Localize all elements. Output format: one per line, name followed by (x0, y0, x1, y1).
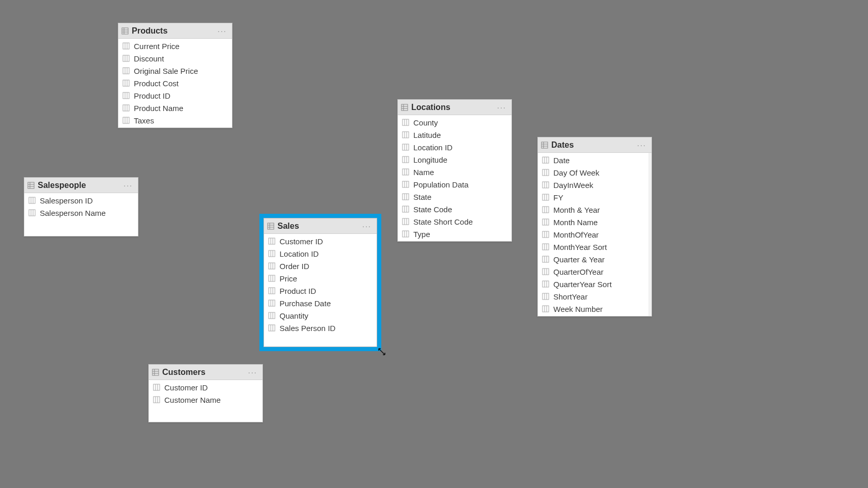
table-header-customers[interactable]: Customers ··· (149, 365, 262, 380)
column-icon (402, 181, 409, 188)
field-products-5[interactable]: Product Name (118, 102, 232, 114)
table-more-button-salespeople[interactable]: ··· (121, 182, 135, 189)
field-products-0[interactable]: Current Price (118, 40, 232, 52)
table-more-button-customers[interactable]: ··· (246, 369, 259, 376)
table-body-dates: Date Day Of Week DayInWeek FY Month & Ye… (538, 153, 652, 316)
field-customers-0[interactable]: Customer ID (149, 381, 262, 393)
svg-rect-0 (122, 28, 128, 34)
resize-handle[interactable] (229, 124, 234, 130)
table-salespeople[interactable]: Salespeople ··· Salesperson ID Salespers… (24, 177, 138, 237)
field-products-1[interactable]: Discount (118, 52, 232, 65)
field-locations-3[interactable]: Longitude (398, 153, 512, 166)
scrollbar[interactable] (648, 153, 652, 316)
field-dates-5[interactable]: Month Name (538, 216, 652, 228)
svg-rect-128 (542, 269, 549, 275)
table-title-sales: Sales (277, 222, 360, 231)
field-dates-3[interactable]: FY (538, 191, 652, 203)
field-salespeople-1[interactable]: Salesperson Name (24, 207, 138, 219)
field-locations-0[interactable]: County (398, 116, 512, 129)
table-products[interactable]: Products ··· Current Price Discount Orig… (118, 23, 233, 128)
field-sales-2[interactable]: Order ID (264, 260, 377, 272)
field-label: Date (553, 156, 570, 165)
field-locations-7[interactable]: State Code (398, 203, 512, 215)
table-header-salespeople[interactable]: Salespeople ··· (24, 178, 138, 193)
table-customers[interactable]: Customers ··· Customer ID Customer Name (148, 364, 263, 422)
column-icon (542, 156, 549, 164)
column-icon (268, 262, 275, 270)
svg-rect-19 (123, 105, 129, 111)
table-header-products[interactable]: Products ··· (118, 23, 232, 39)
field-sales-6[interactable]: Quantity (264, 309, 377, 322)
field-locations-4[interactable]: Name (398, 166, 512, 178)
field-locations-6[interactable]: State (398, 191, 512, 203)
table-header-locations[interactable]: Locations ··· (398, 100, 512, 115)
field-label: QuarterYear Sort (553, 280, 612, 289)
field-products-2[interactable]: Original Sale Price (118, 65, 232, 77)
field-dates-8[interactable]: Quarter & Year (538, 253, 652, 265)
table-more-button-locations[interactable]: ··· (495, 104, 508, 111)
resize-handle[interactable] (648, 313, 654, 318)
table-icon (267, 223, 274, 230)
table-locations[interactable]: Locations ··· County Latitude Location I… (397, 99, 512, 242)
field-products-6[interactable]: Taxes (118, 114, 232, 127)
field-dates-1[interactable]: Day Of Week (538, 166, 652, 179)
resize-handle[interactable] (374, 343, 379, 349)
field-products-3[interactable]: Product Cost (118, 77, 232, 89)
field-dates-6[interactable]: MonthOfYear (538, 228, 652, 241)
column-icon (268, 238, 275, 245)
table-dates[interactable]: Dates ··· Date Day Of Week DayInWeek FY … (537, 137, 652, 317)
table-more-button-products[interactable]: ··· (215, 27, 229, 35)
column-icon (268, 275, 275, 282)
svg-rect-13 (123, 80, 129, 86)
table-more-button-dates[interactable]: ··· (635, 141, 648, 149)
svg-rect-63 (401, 104, 408, 111)
field-locations-1[interactable]: Latitude (398, 129, 512, 141)
field-dates-0[interactable]: Date (538, 154, 652, 166)
field-customers-1[interactable]: Customer Name (149, 393, 262, 406)
field-locations-5[interactable]: Population Data (398, 178, 512, 191)
field-sales-1[interactable]: Location ID (264, 247, 377, 260)
table-header-sales[interactable]: Sales ··· (264, 218, 377, 234)
field-dates-12[interactable]: Week Number (538, 303, 652, 315)
field-locations-8[interactable]: State Short Code (398, 215, 512, 228)
field-label: State (413, 193, 431, 201)
table-header-dates[interactable]: Dates ··· (538, 137, 652, 153)
column-icon (542, 280, 549, 288)
field-dates-10[interactable]: QuarterYear Sort (538, 278, 652, 290)
resize-handle[interactable] (259, 419, 265, 424)
model-canvas[interactable]: Products ··· Current Price Discount Orig… (0, 0, 868, 488)
resize-handle[interactable] (508, 238, 514, 243)
field-label: Salesperson Name (40, 209, 106, 217)
resize-handle[interactable] (135, 233, 140, 238)
table-sales[interactable]: Sales ··· Customer ID Location ID Order … (264, 218, 377, 347)
field-dates-9[interactable]: QuarterOfYear (538, 265, 652, 278)
table-icon (541, 141, 548, 149)
column-icon (402, 119, 409, 126)
field-dates-7[interactable]: MonthYear Sort (538, 241, 652, 253)
field-sales-5[interactable]: Purchase Date (264, 297, 377, 309)
table-more-button-sales[interactable]: ··· (360, 223, 374, 230)
field-products-4[interactable]: Product ID (118, 89, 232, 102)
field-sales-3[interactable]: Price (264, 272, 377, 285)
column-icon (122, 80, 130, 87)
field-dates-4[interactable]: Month & Year (538, 203, 652, 216)
svg-rect-134 (542, 293, 549, 300)
field-label: Quantity (280, 311, 308, 320)
column-icon (268, 300, 275, 307)
svg-rect-57 (269, 312, 275, 319)
field-locations-9[interactable]: Type (398, 228, 512, 240)
field-label: Taxes (134, 116, 154, 125)
column-icon (122, 104, 130, 112)
svg-rect-119 (542, 231, 549, 238)
field-dates-11[interactable]: ShortYear (538, 290, 652, 303)
field-sales-0[interactable]: Customer ID (264, 235, 377, 247)
column-icon (402, 156, 409, 163)
field-dates-2[interactable]: DayInWeek (538, 179, 652, 191)
field-sales-7[interactable]: Sales Person ID (264, 322, 377, 334)
field-sales-4[interactable]: Product ID (264, 285, 377, 297)
field-salespeople-0[interactable]: Salesperson ID (24, 194, 138, 207)
column-icon (153, 396, 160, 403)
field-locations-2[interactable]: Location ID (398, 141, 512, 153)
column-icon (122, 55, 130, 62)
column-icon (28, 197, 36, 204)
